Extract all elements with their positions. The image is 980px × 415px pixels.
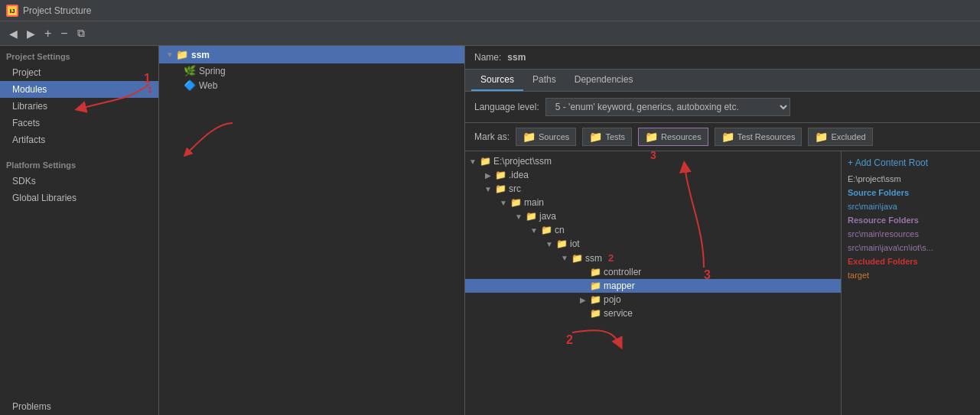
toolbar: ◀ ▶ + − ⧉ [0,21,980,46]
sidebar-item-modules[interactable]: Modules 1 [0,81,158,98]
resource-folder-2: src\main\java\cn\iot\s... [848,243,974,252]
copy-button[interactable]: ⧉ [74,25,88,41]
info-panel: + Add Content Root E:\project\ssm Source… [841,151,980,415]
right-panel: Name: ssm Sources Paths Dependencies Lan… [465,46,980,415]
sidebar-item-facets[interactable]: Facets [0,115,158,131]
resources-icon: 📁 [645,131,658,143]
main-layout: Project Settings Project Modules 1 Libra… [0,46,980,415]
file-tree: ▼ 📁 E:\project\ssm ▶ 📁 .idea ▼ 📁 [465,151,841,415]
tree-main[interactable]: ▼ 📁 main [465,196,841,209]
forward-button[interactable]: ▶ [24,26,38,41]
mark-as-label: Mark as: [474,131,510,142]
excluded-folder-1: target [848,271,974,280]
mark-test-resources-label: Test Resources [737,132,796,141]
mark-resources-button[interactable]: 📁 Resources [638,128,708,146]
excluded-icon: 📁 [815,131,828,143]
resource-folders-title: Resource Folders [848,216,974,225]
mark-as-row: Mark as: 📁 Sources 📁 Tests 📁 Resources 📁… [465,123,980,151]
source-folder-1: src\main\java [848,202,974,211]
sidebar-item-problems[interactable]: Problems [0,395,158,415]
idea-folder-icon: 📁 [495,170,506,180]
module-web-item[interactable]: 🔷 Web [159,78,464,92]
arrow-annotation-1 [171,115,464,164]
sidebar-item-libraries[interactable]: Libraries [0,98,158,115]
mark-excluded-button[interactable]: 📁 Excluded [808,128,872,146]
name-value: ssm [507,52,526,63]
resource-folder-1: src\main\resources [848,229,974,238]
tab-paths[interactable]: Paths [523,70,565,91]
sidebar-item-global-libraries[interactable]: Global Libraries [0,190,158,206]
back-button[interactable]: ◀ [6,26,21,41]
sidebar: Project Settings Project Modules 1 Libra… [0,46,159,415]
tabs-row: Sources Paths Dependencies [465,70,980,92]
tree-mapper-label: mapper [604,280,635,291]
mark-sources-label: Sources [539,132,569,141]
tree-java-label: java [539,211,556,222]
test-resources-icon: 📁 [721,131,734,143]
name-label: Name: [474,52,501,63]
add-button[interactable]: + [41,25,54,42]
tree-src[interactable]: ▼ 📁 src [465,182,841,196]
tree-service[interactable]: ▶ 📁 service [465,306,841,320]
iot-folder-icon: 📁 [556,238,568,249]
sidebar-item-project[interactable]: Project [0,64,158,81]
tree-ssm-folder-label: ssm [585,253,602,264]
tab-dependencies[interactable]: Dependencies [565,70,643,91]
source-folders-title: Source Folders [848,188,974,197]
tree-main-label: main [524,197,544,208]
tests-icon: 📁 [589,131,602,143]
mark-resources-label: Resources [661,132,702,141]
tree-pojo-label: pojo [604,294,621,305]
pojo-folder-icon: 📁 [590,294,601,305]
src-folder-icon: 📁 [495,183,506,194]
mark-tests-button[interactable]: 📁 Tests [582,128,632,146]
web-icon: 🔷 [184,79,196,91]
tree-iot-label: iot [570,238,580,249]
root-folder-icon: 📁 [480,156,491,167]
tree-iot[interactable]: ▼ 📁 iot [465,237,841,251]
tree-controller[interactable]: ▶ 📁 controller [465,265,841,279]
language-level-row: Language level: 5 - 'enum' keyword, gene… [465,92,980,123]
controller-folder-icon: 📁 [590,267,601,277]
sidebar-item-artifacts[interactable]: Artifacts [0,131,158,148]
spring-icon: 🌿 [184,65,196,76]
tree-controller-label: controller [604,267,641,277]
tree-ssm-folder[interactable]: ▼ 📁 ssm 2 [465,251,841,265]
tree-idea[interactable]: ▶ 📁 .idea [465,168,841,182]
remove-button[interactable]: − [57,25,70,42]
module-root-item[interactable]: ▼ 📁 ssm [159,46,464,63]
tab-sources[interactable]: Sources [471,70,523,91]
sidebar-item-sdks[interactable]: SDKs [0,173,158,190]
tree-root-label: E:\project\ssm [493,156,552,167]
add-content-root-button[interactable]: + Add Content Root [848,156,974,170]
tree-java[interactable]: ▼ 📁 java [465,209,841,223]
excluded-folders-title: Excluded Folders [848,257,974,266]
root-path: E:\project\ssm [848,174,974,183]
title-bar: IJ Project Structure [0,0,980,21]
module-spring-item[interactable]: 🌿 Spring [159,63,464,78]
mark-test-resources-button[interactable]: 📁 Test Resources [715,128,803,146]
service-folder-icon: 📁 [590,308,601,319]
language-level-select[interactable]: 5 - 'enum' keyword, generics, autoboxing… [545,98,790,116]
app-icon: IJ [6,5,18,17]
main-folder-icon: 📁 [510,197,522,208]
badge-2: 2 [608,252,614,264]
tree-pojo[interactable]: ▶ 📁 pojo [465,293,841,306]
tree-mapper[interactable]: ▶ 📁 mapper [465,279,841,293]
mark-tests-label: Tests [605,132,625,141]
ssm-folder-icon: 📁 [571,253,583,264]
platform-settings-label: Platform Settings [0,154,158,173]
tree-idea-label: .idea [509,170,529,180]
name-row: Name: ssm [465,46,980,70]
tree-cn[interactable]: ▼ 📁 cn [465,223,841,237]
content-split: ▼ 📁 E:\project\ssm ▶ 📁 .idea ▼ 📁 [465,151,980,415]
tree-root[interactable]: ▼ 📁 E:\project\ssm [465,154,841,168]
mapper-folder-icon: 📁 [590,280,601,291]
svg-text:IJ: IJ [10,8,15,15]
title-text: Project Structure [23,5,91,16]
tree-cn-label: cn [555,225,565,235]
mark-sources-button[interactable]: 📁 Sources [516,128,576,146]
mark-excluded-label: Excluded [831,132,865,141]
java-folder-icon: 📁 [526,211,537,222]
project-settings-label: Project Settings [0,46,158,64]
